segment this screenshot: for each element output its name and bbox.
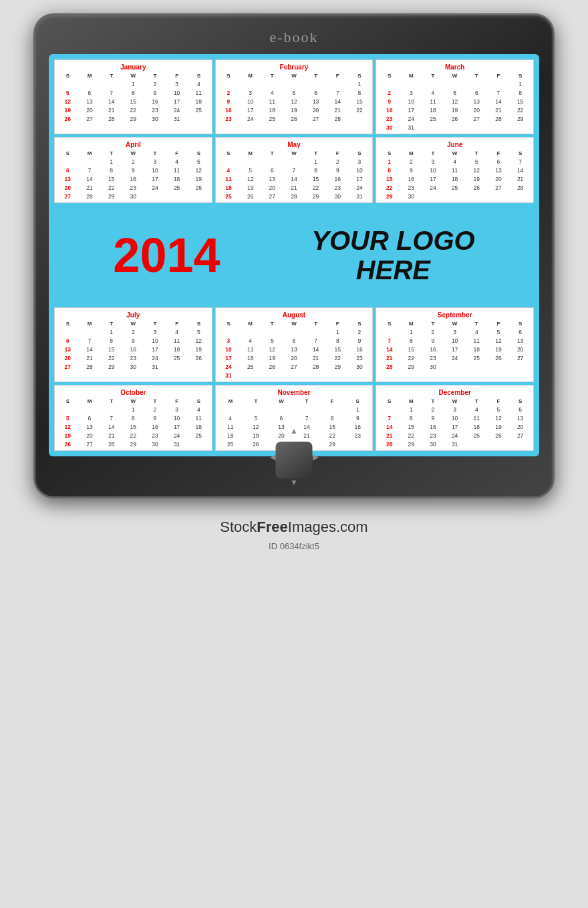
- cal-day: 11: [166, 166, 188, 174]
- month-block-may: MaySMTWTFS123456789101112131415161718192…: [215, 137, 374, 203]
- cal-table: SMTWTFS123456789101112131415161718192021…: [218, 320, 371, 380]
- cal-day: 6: [57, 336, 79, 345]
- cal-day: 15: [122, 422, 144, 431]
- cal-day: 12: [488, 414, 510, 422]
- cal-day: 26: [261, 362, 283, 371]
- cal-day: 1: [327, 327, 349, 336]
- cal-day: [166, 362, 188, 371]
- cal-day: 19: [188, 174, 210, 183]
- cal-day: 7: [100, 88, 122, 97]
- cal-day: 21: [79, 183, 101, 192]
- month-block-september: SeptemberSMTWTFS123456789101112131415161…: [376, 307, 534, 382]
- cal-day: 1: [378, 157, 400, 166]
- cal-day: 22: [400, 353, 422, 362]
- cal-day: 8: [327, 336, 349, 345]
- cal-day: [345, 440, 370, 448]
- cal-day: 22: [509, 106, 531, 114]
- cal-day: 5: [488, 327, 510, 336]
- cal-day: [188, 192, 210, 200]
- cal-day: 29: [378, 192, 400, 200]
- cal-day: 21: [305, 353, 327, 362]
- month-title: March: [378, 62, 531, 72]
- cal-day: 6: [79, 88, 101, 97]
- cal-day: [466, 80, 488, 88]
- month-block-october: OctoberSMTWTFS12345678910111213141516171…: [54, 385, 212, 451]
- cal-day: 24: [218, 362, 240, 371]
- cal-day: 7: [283, 166, 305, 174]
- cal-day: 3: [422, 157, 444, 166]
- cal-day: 2: [218, 88, 240, 97]
- cal-day: 1: [100, 157, 122, 166]
- cal-day: 15: [400, 345, 422, 353]
- cal-day: [243, 405, 269, 414]
- cal-day: 3: [218, 336, 240, 345]
- cal-day: 4: [188, 80, 210, 88]
- cal-day: 18: [166, 345, 188, 353]
- cal-day: 30: [422, 362, 444, 371]
- cal-day: 16: [378, 106, 400, 114]
- cal-day: [305, 371, 327, 380]
- cal-day: 3: [444, 327, 466, 336]
- cal-day: 25: [218, 192, 240, 200]
- cal-day: 25: [166, 183, 188, 192]
- cal-day: [218, 405, 243, 414]
- cal-day: 20: [79, 106, 101, 114]
- cal-day: 19: [283, 106, 305, 114]
- cal-day: 4: [218, 166, 240, 174]
- cal-table: SMTWTFS123456789101112131415161718192021…: [218, 72, 371, 123]
- cal-day: [79, 327, 101, 336]
- cal-day: 18: [188, 97, 210, 106]
- cal-day: [239, 80, 261, 88]
- cal-day: 6: [269, 414, 294, 422]
- cal-day: 27: [79, 440, 101, 448]
- cal-day: 24: [444, 353, 466, 362]
- cal-day: [378, 327, 400, 336]
- cal-day: 31: [218, 371, 240, 380]
- cal-day: 28: [100, 440, 122, 448]
- cal-day: 2: [378, 88, 400, 97]
- cal-day: 30: [144, 440, 166, 448]
- cal-day: 1: [509, 80, 531, 88]
- cal-table: SMTWTFS123456789101112131415161718192021…: [57, 72, 210, 123]
- cal-day: 29: [509, 114, 531, 123]
- cal-day: [378, 405, 400, 414]
- cal-day: 12: [188, 336, 210, 345]
- cal-day: [57, 405, 79, 414]
- cal-day: 3: [144, 157, 166, 166]
- nav-button[interactable]: [276, 442, 313, 478]
- cal-day: 22: [400, 431, 422, 440]
- cal-day: 20: [79, 431, 101, 440]
- cal-day: 13: [261, 174, 283, 183]
- cal-day: 10: [400, 97, 422, 106]
- cal-day: 11: [218, 174, 240, 183]
- cal-day: 7: [327, 88, 349, 97]
- cal-day: 29: [400, 440, 422, 448]
- cal-day: 11: [444, 166, 466, 174]
- cal-day: [218, 327, 240, 336]
- cal-day: 4: [218, 414, 243, 422]
- cal-day: 19: [57, 431, 79, 440]
- cal-day: 13: [509, 414, 531, 422]
- cal-day: [466, 192, 488, 200]
- cal-day: 16: [400, 174, 422, 183]
- cal-day: 2: [400, 157, 422, 166]
- cal-day: 25: [188, 431, 210, 440]
- cal-day: 25: [466, 353, 488, 362]
- cal-day: 17: [400, 106, 422, 114]
- cal-day: 27: [305, 114, 327, 123]
- cal-table: SMTWTFS123456789101112131415161718192021…: [378, 398, 531, 448]
- cal-day: 20: [488, 174, 510, 183]
- cal-day: 23: [349, 353, 371, 362]
- cal-day: 5: [488, 405, 510, 414]
- cal-day: 21: [378, 353, 400, 362]
- cal-day: [444, 80, 466, 88]
- cal-day: 26: [188, 353, 210, 362]
- cal-day: 13: [79, 97, 101, 106]
- month-title: May: [218, 140, 371, 150]
- cal-day: 16: [422, 345, 444, 353]
- cal-day: [509, 192, 531, 200]
- cal-day: 10: [422, 166, 444, 174]
- cal-day: 4: [166, 327, 188, 336]
- cal-day: 29: [122, 440, 144, 448]
- arrow-right: ▶: [313, 453, 319, 461]
